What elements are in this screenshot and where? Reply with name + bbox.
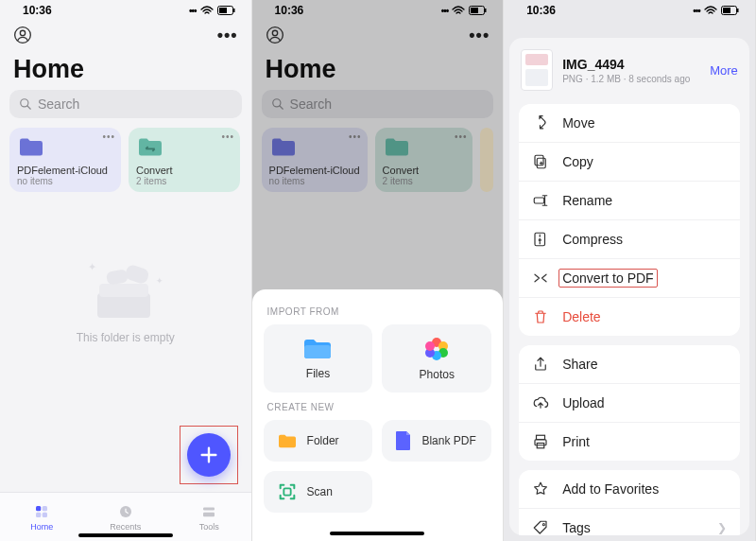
svg-rect-15 — [36, 512, 41, 516]
action-favorite[interactable]: Add to Favorites — [519, 470, 740, 509]
action-group-3: Add to Favorites Tags ❯ — [519, 470, 740, 535]
status-icons: ••• — [189, 6, 236, 16]
more-icon[interactable]: ••• — [217, 26, 238, 45]
trash-icon — [532, 308, 549, 325]
svg-point-33 — [425, 341, 435, 351]
action-rename[interactable]: Rename — [519, 182, 740, 220]
folder-icon — [17, 135, 45, 158]
file-header: IMG_4494 PNG · 1.2 MB · 8 seconds ago Mo… — [509, 38, 749, 104]
tools-icon — [200, 503, 217, 520]
folder-sub: no items — [17, 176, 113, 186]
action-upload[interactable]: Upload — [519, 384, 740, 423]
import-photos[interactable]: Photos — [382, 324, 491, 393]
section-label: IMPORT FROM — [267, 306, 489, 317]
tile-label: Blank PDF — [421, 434, 475, 447]
add-button[interactable] — [187, 433, 231, 477]
folder-icon — [277, 432, 298, 449]
tab-home[interactable]: Home — [0, 493, 84, 541]
more-link[interactable]: More — [710, 63, 738, 78]
folder-convert[interactable]: ••• Convert 2 items — [129, 128, 240, 192]
rename-icon — [532, 192, 549, 209]
tile-label: Scan — [307, 485, 333, 498]
print-icon — [532, 433, 549, 450]
empty-icon: ✦ ✦ — [78, 255, 173, 322]
action-tags[interactable]: Tags ❯ — [519, 509, 740, 535]
folder-name: Convert — [136, 165, 232, 176]
import-sheet: IMPORT FROM Files Photos CREATE NEW Fold… — [252, 289, 504, 541]
clock: 10:36 — [526, 4, 556, 17]
screen-import-sheet: 10:36 ••• ••• Home Search ••• PDFelement… — [252, 0, 505, 541]
action-move[interactable]: Move — [519, 104, 740, 143]
search-placeholder: Search — [38, 96, 79, 112]
action-copy[interactable]: Copy — [519, 143, 740, 182]
plus-icon — [198, 445, 219, 465]
folder-pdfelement[interactable]: ••• PDFelement-iCloud no items — [9, 128, 121, 192]
screen-file-actions: 10:36 ••• IMG_4494 PNG · 1.2 MB · 8 seco… — [504, 0, 756, 541]
profile-icon[interactable] — [13, 26, 32, 44]
copy-icon — [532, 153, 549, 170]
tab-label: Home — [30, 522, 53, 532]
photos-icon — [423, 336, 450, 362]
action-share[interactable]: Share — [519, 345, 740, 384]
upload-icon — [532, 394, 549, 411]
action-label: Tags — [562, 520, 591, 535]
empty-state: ✦ ✦ This folder is empty — [0, 255, 251, 344]
svg-rect-1 — [219, 8, 227, 13]
svg-rect-2 — [233, 9, 235, 12]
folder-sub: 2 items — [136, 176, 232, 186]
tile-label: Folder — [307, 434, 339, 447]
folder-more-icon[interactable]: ••• — [221, 131, 234, 142]
file-thumbnail — [521, 49, 553, 91]
svg-rect-40 — [534, 198, 544, 203]
action-label: Move — [562, 115, 594, 131]
create-blank-pdf[interactable]: Blank PDF — [382, 420, 491, 462]
tab-tools[interactable]: Tools — [167, 493, 251, 541]
action-label: Delete — [562, 309, 600, 324]
action-delete[interactable]: Delete — [519, 298, 740, 336]
action-convert-pdf[interactable]: Convert to PDF — [519, 259, 740, 298]
section-label: CREATE NEW — [267, 402, 489, 412]
svg-rect-13 — [36, 506, 41, 511]
action-compress[interactable]: Compress — [519, 220, 740, 259]
share-icon — [532, 356, 549, 373]
home-indicator — [330, 532, 424, 535]
action-label: Copy — [562, 154, 593, 169]
search-input[interactable]: Search — [9, 90, 242, 118]
svg-rect-10 — [106, 269, 129, 286]
action-group-1: Move Copy Rename Compress Convert to PDF… — [519, 104, 740, 336]
create-scan[interactable]: Scan — [264, 471, 373, 513]
convert-icon — [532, 270, 549, 287]
svg-rect-19 — [203, 512, 215, 516]
tab-label: Recents — [110, 522, 141, 532]
action-label: Rename — [562, 193, 612, 208]
import-files[interactable]: Files — [264, 324, 373, 393]
clock: 10:36 — [23, 4, 52, 17]
screen-home: 10:36 ••• ••• Home Search ••• PDFelement… — [0, 0, 252, 541]
home-indicator — [78, 533, 173, 537]
action-label: Add to Favorites — [562, 481, 659, 497]
action-print[interactable]: Print — [519, 423, 740, 461]
file-name: IMG_4494 — [562, 57, 700, 72]
create-folder[interactable]: Folder — [264, 420, 373, 462]
header-bar: ••• — [0, 21, 251, 49]
status-bar: 10:36 ••• — [0, 0, 251, 21]
svg-rect-16 — [43, 512, 47, 516]
move-icon — [532, 114, 549, 131]
document-icon — [395, 430, 412, 451]
folder-name: PDFelement-iCloud — [17, 165, 113, 176]
svg-rect-43 — [537, 435, 545, 440]
action-label: Upload — [562, 395, 604, 410]
empty-text: This folder is empty — [77, 331, 175, 344]
folder-more-icon[interactable]: ••• — [102, 131, 115, 142]
svg-point-46 — [543, 524, 545, 526]
action-label: Compress — [562, 232, 623, 247]
status-bar: 10:36 ••• — [504, 0, 755, 21]
chevron-right-icon: ❯ — [717, 521, 727, 534]
home-icon — [33, 503, 50, 520]
file-meta: PNG · 1.2 MB · 8 seconds ago — [562, 74, 700, 84]
search-icon — [19, 97, 32, 111]
folder-icon — [302, 337, 333, 361]
svg-rect-36 — [723, 8, 730, 13]
action-sheet: IMG_4494 PNG · 1.2 MB · 8 seconds ago Mo… — [509, 38, 749, 535]
svg-text:✦: ✦ — [156, 276, 163, 286]
